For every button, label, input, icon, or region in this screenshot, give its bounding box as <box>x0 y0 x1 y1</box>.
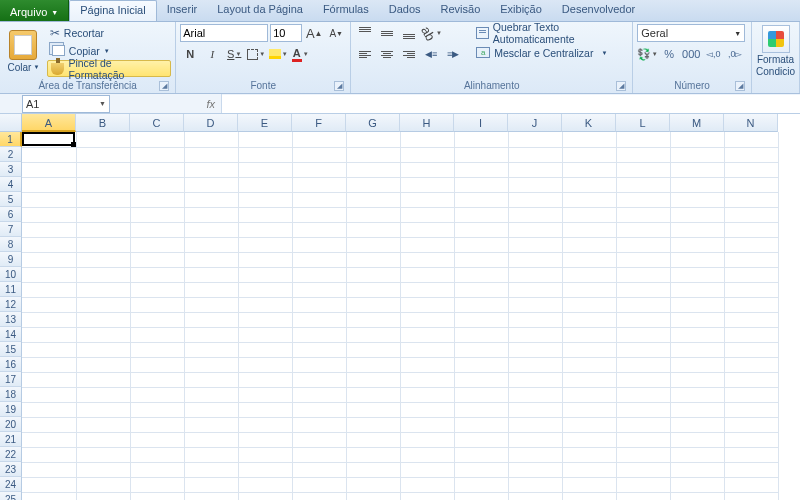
cell[interactable] <box>508 222 562 237</box>
cell[interactable] <box>562 477 616 492</box>
cell[interactable] <box>400 147 454 162</box>
cell[interactable] <box>346 327 400 342</box>
cell[interactable] <box>238 372 292 387</box>
cell[interactable] <box>562 147 616 162</box>
cell[interactable] <box>616 417 670 432</box>
row-header[interactable]: 20 <box>0 417 22 432</box>
cell[interactable] <box>616 282 670 297</box>
cell[interactable] <box>508 267 562 282</box>
cell[interactable] <box>22 252 76 267</box>
cell[interactable] <box>562 282 616 297</box>
cell[interactable] <box>292 312 346 327</box>
cell[interactable] <box>238 417 292 432</box>
cell[interactable] <box>562 252 616 267</box>
cell[interactable] <box>76 177 130 192</box>
cell[interactable] <box>292 207 346 222</box>
tab-formulas[interactable]: Fórmulas <box>313 0 379 21</box>
cell[interactable] <box>238 327 292 342</box>
cell[interactable] <box>400 237 454 252</box>
row-header[interactable]: 14 <box>0 327 22 342</box>
tab-developer[interactable]: Desenvolvedor <box>552 0 645 21</box>
cell[interactable] <box>454 327 508 342</box>
cell[interactable] <box>562 267 616 282</box>
cell[interactable] <box>292 447 346 462</box>
cell[interactable] <box>292 342 346 357</box>
cell[interactable] <box>184 252 238 267</box>
cell[interactable] <box>22 312 76 327</box>
cell[interactable] <box>292 297 346 312</box>
cell[interactable] <box>562 462 616 477</box>
cell[interactable] <box>130 402 184 417</box>
cell[interactable] <box>238 252 292 267</box>
conditional-formatting-button[interactable]: Formata Condicio <box>756 24 795 78</box>
row-header[interactable]: 19 <box>0 402 22 417</box>
cell[interactable] <box>292 477 346 492</box>
column-header[interactable]: H <box>400 114 454 132</box>
cell[interactable] <box>76 477 130 492</box>
cell[interactable] <box>670 192 724 207</box>
cell[interactable] <box>130 162 184 177</box>
cell[interactable] <box>76 357 130 372</box>
cell[interactable] <box>292 372 346 387</box>
cell[interactable] <box>76 297 130 312</box>
cell[interactable] <box>670 327 724 342</box>
cell[interactable] <box>130 222 184 237</box>
cell[interactable] <box>454 417 508 432</box>
cell[interactable] <box>238 192 292 207</box>
cell[interactable] <box>616 462 670 477</box>
cell[interactable] <box>670 297 724 312</box>
cell[interactable] <box>454 207 508 222</box>
cell[interactable] <box>724 222 778 237</box>
cell[interactable] <box>562 327 616 342</box>
cell[interactable] <box>76 387 130 402</box>
cell[interactable] <box>670 372 724 387</box>
cell[interactable] <box>670 492 724 500</box>
cell[interactable] <box>616 492 670 500</box>
cell[interactable] <box>238 132 292 147</box>
cell[interactable] <box>130 207 184 222</box>
cell[interactable] <box>22 447 76 462</box>
cell[interactable] <box>238 432 292 447</box>
cell[interactable] <box>508 492 562 500</box>
cell[interactable] <box>508 357 562 372</box>
cell[interactable] <box>724 372 778 387</box>
cell[interactable] <box>184 297 238 312</box>
name-box[interactable]: A1 ▼ <box>22 95 110 113</box>
cell[interactable] <box>22 477 76 492</box>
cell[interactable] <box>616 357 670 372</box>
cell[interactable] <box>76 192 130 207</box>
font-name-combo[interactable] <box>180 24 268 42</box>
cell[interactable] <box>184 282 238 297</box>
cell[interactable] <box>130 372 184 387</box>
cell[interactable] <box>454 162 508 177</box>
cell[interactable] <box>400 252 454 267</box>
column-header[interactable]: M <box>670 114 724 132</box>
cell[interactable] <box>616 162 670 177</box>
cell[interactable] <box>22 297 76 312</box>
cell[interactable] <box>130 147 184 162</box>
cell[interactable] <box>670 312 724 327</box>
cell[interactable] <box>670 432 724 447</box>
row-header[interactable]: 5 <box>0 192 22 207</box>
cell[interactable] <box>562 207 616 222</box>
cell[interactable] <box>130 237 184 252</box>
align-right-button[interactable] <box>399 45 419 63</box>
cell[interactable] <box>616 222 670 237</box>
cell[interactable] <box>346 207 400 222</box>
cell[interactable] <box>238 162 292 177</box>
cell[interactable] <box>454 447 508 462</box>
row-header[interactable]: 13 <box>0 312 22 327</box>
cell[interactable] <box>292 282 346 297</box>
cell[interactable] <box>130 267 184 282</box>
cell[interactable] <box>184 312 238 327</box>
formula-input[interactable] <box>222 95 800 113</box>
cell[interactable] <box>238 402 292 417</box>
cell[interactable] <box>22 387 76 402</box>
row-header[interactable]: 12 <box>0 297 22 312</box>
cell[interactable] <box>292 252 346 267</box>
cell[interactable] <box>562 402 616 417</box>
cell[interactable] <box>724 312 778 327</box>
column-header[interactable]: K <box>562 114 616 132</box>
cell[interactable] <box>130 492 184 500</box>
align-bottom-button[interactable] <box>399 24 419 42</box>
